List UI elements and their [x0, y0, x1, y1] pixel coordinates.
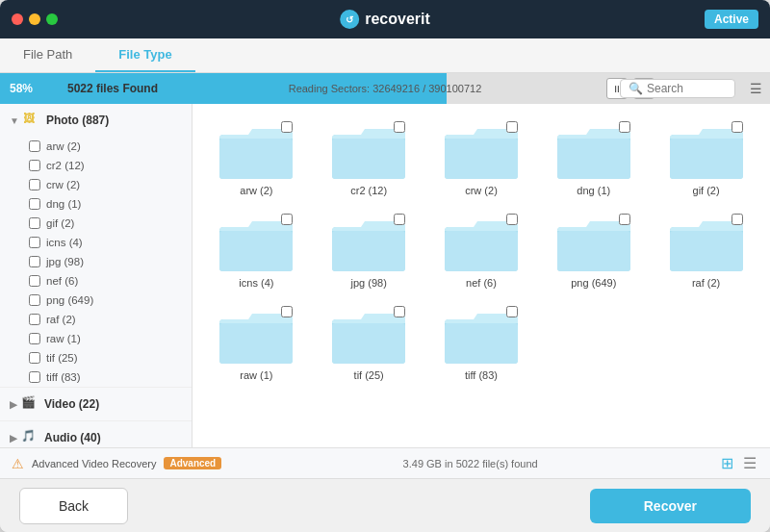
tabbar: File Path File Type: [0, 38, 770, 73]
sidebar-item-checkbox[interactable]: [29, 275, 40, 287]
sidebar-item-label: jpg (98): [46, 256, 84, 267]
svg-rect-23: [332, 323, 405, 364]
file-item[interactable]: icns (4): [208, 212, 305, 289]
svg-rect-9: [670, 139, 743, 179]
file-label: dng (1): [577, 185, 610, 196]
folder-checkbox[interactable]: [506, 214, 518, 225]
folder-checkbox[interactable]: [732, 121, 743, 133]
maximize-button[interactable]: [46, 13, 58, 25]
file-item[interactable]: dng (1): [545, 119, 642, 196]
advanced-badge: Advanced: [164, 457, 221, 469]
folder-icon-wrap: [218, 304, 295, 366]
sidebar-item[interactable]: raw (1): [0, 329, 192, 348]
folder-checkbox[interactable]: [281, 121, 293, 133]
close-button[interactable]: [12, 13, 23, 25]
sidebar-item-checkbox[interactable]: [29, 294, 40, 306]
folder-checkbox[interactable]: [506, 306, 518, 317]
svg-rect-19: [670, 231, 743, 271]
file-item[interactable]: nef (6): [433, 212, 530, 289]
file-item[interactable]: arw (2): [208, 119, 305, 196]
filter-icon[interactable]: ☰: [750, 81, 762, 96]
file-area: arw (2) cr2 (12) crw (2): [192, 104, 770, 447]
file-item[interactable]: tif (25): [321, 304, 418, 381]
folder-checkbox[interactable]: [506, 121, 518, 133]
folder-checkbox[interactable]: [394, 214, 405, 225]
sidebar-item[interactable]: crw (2): [0, 175, 192, 194]
tab-file-path[interactable]: File Path: [0, 38, 95, 72]
sidebar-item[interactable]: tiff (83): [0, 367, 192, 387]
sidebar-item-checkbox[interactable]: [29, 314, 40, 325]
search-input[interactable]: [647, 82, 729, 95]
folder-checkbox[interactable]: [619, 121, 630, 133]
sidebar-item-checkbox[interactable]: [29, 179, 40, 190]
folder-icon-wrap: [668, 212, 745, 273]
progress-reading: Reading Sectors: 32649216 / 390100712: [289, 83, 482, 94]
sidebar-item[interactable]: jpg (98): [0, 252, 192, 271]
sidebar-section-audio: ▶ 🎵 Audio (40): [0, 421, 192, 447]
file-label: jpg (98): [351, 277, 387, 289]
sidebar-photo-items: arw (2)cr2 (12)crw (2)dng (1)gif (2)icns…: [0, 137, 192, 387]
sidebar-item[interactable]: cr2 (12): [0, 156, 192, 175]
file-item[interactable]: raf (2): [657, 212, 755, 289]
file-label: crw (2): [465, 185, 498, 196]
grid-view-button[interactable]: ⊞: [719, 452, 735, 474]
list-view-button[interactable]: ☰: [741, 452, 758, 474]
file-item[interactable]: crw (2): [433, 119, 530, 196]
sidebar-item-checkbox[interactable]: [29, 160, 40, 171]
advanced-video-recovery[interactable]: ⚠ Advanced Video Recovery Advanced: [12, 456, 221, 471]
folder-checkbox[interactable]: [394, 121, 405, 133]
folder-checkbox[interactable]: [619, 214, 630, 225]
sidebar-item-checkbox[interactable]: [29, 237, 40, 248]
folder-checkbox[interactable]: [281, 214, 293, 225]
sidebar-audio-header[interactable]: ▶ 🎵 Audio (40): [0, 421, 192, 447]
sidebar-item[interactable]: raf (2): [0, 310, 192, 329]
video-icon: 🎬: [21, 395, 38, 413]
tab-file-type[interactable]: File Type: [95, 38, 194, 72]
folder-checkbox[interactable]: [281, 306, 293, 317]
sidebar-item-label: cr2 (12): [46, 160, 85, 171]
recover-button[interactable]: Recover: [590, 489, 751, 523]
folder-checkbox[interactable]: [394, 306, 405, 317]
svg-rect-1: [219, 139, 293, 179]
file-item[interactable]: cr2 (12): [321, 119, 418, 196]
sidebar-item-checkbox[interactable]: [29, 198, 40, 210]
sidebar-item-checkbox[interactable]: [29, 217, 40, 229]
sidebar-item-checkbox[interactable]: [29, 140, 40, 152]
svg-rect-15: [445, 231, 518, 271]
sidebar-video-header[interactable]: ▶ 🎬 Video (22): [0, 388, 192, 420]
file-item[interactable]: jpg (98): [321, 212, 418, 289]
svg-rect-13: [332, 231, 405, 271]
sidebar-item[interactable]: png (649): [0, 291, 192, 310]
sidebar-item[interactable]: nef (6): [0, 271, 192, 291]
sidebar-item-checkbox[interactable]: [29, 333, 40, 344]
sidebar-item-label: crw (2): [46, 179, 80, 190]
sidebar-item[interactable]: dng (1): [0, 194, 192, 214]
sidebar-photo-header[interactable]: ▼ 🖼 Photo (887): [0, 104, 192, 137]
sidebar-item[interactable]: tif (25): [0, 348, 192, 367]
sidebar-section-video: ▶ 🎬 Video (22): [0, 388, 192, 421]
svg-rect-25: [445, 323, 518, 364]
sidebar-item-checkbox[interactable]: [29, 256, 40, 267]
sidebar-item[interactable]: arw (2): [0, 137, 192, 156]
file-item[interactable]: tiff (83): [433, 304, 530, 381]
sidebar-item-checkbox[interactable]: [29, 371, 40, 383]
file-label: arw (2): [240, 185, 272, 196]
file-label: nef (6): [466, 277, 497, 289]
progress-percent: 58%: [10, 82, 33, 95]
sidebar-item[interactable]: icns (4): [0, 233, 192, 252]
sidebar-audio-label: Audio (40): [44, 431, 101, 444]
sidebar-item-checkbox[interactable]: [29, 352, 40, 364]
active-badge: Active: [705, 10, 758, 29]
folder-icon-wrap: [218, 119, 295, 181]
sidebar: ▼ 🖼 Photo (887) arw (2)cr2 (12)crw (2)dn…: [0, 104, 192, 447]
sidebar-item[interactable]: gif (2): [0, 214, 192, 233]
svg-rect-21: [219, 323, 293, 364]
file-item[interactable]: raw (1): [208, 304, 305, 381]
chevron-right-icon: ▶: [10, 399, 17, 410]
file-item[interactable]: png (649): [545, 212, 642, 289]
folder-checkbox[interactable]: [732, 214, 743, 225]
back-button[interactable]: Back: [19, 488, 128, 524]
minimize-button[interactable]: [29, 13, 40, 25]
file-item[interactable]: gif (2): [657, 119, 755, 196]
photo-icon: 🖼: [23, 112, 40, 129]
